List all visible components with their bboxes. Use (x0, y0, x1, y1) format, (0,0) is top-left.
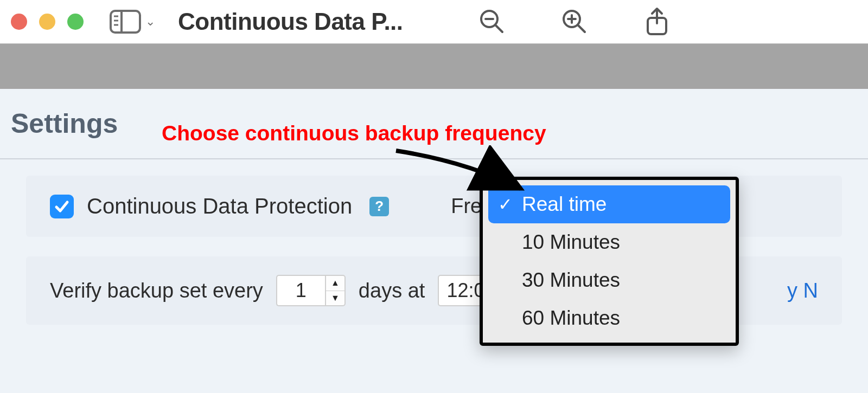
zoom-in-icon (561, 8, 588, 35)
frequency-option-10-minutes[interactable]: 10 Minutes (488, 223, 730, 261)
svg-line-9 (578, 25, 585, 32)
zoom-out-button[interactable] (477, 8, 507, 35)
frequency-option-label: 10 Minutes (522, 231, 620, 253)
verify-now-link[interactable]: y N (787, 279, 818, 302)
stepper-buttons: ▲ ▼ (325, 275, 346, 306)
window-toolbar: ⌄ Continuous Data P... (0, 0, 868, 43)
frequency-option-30-minutes[interactable]: 30 Minutes (488, 261, 730, 299)
annotation-arrow (391, 145, 532, 199)
toolbar-divider-band (0, 43, 868, 89)
frequency-dropdown-menu: ✓ Real time 10 Minutes 30 Minutes 60 Min… (480, 177, 739, 346)
verify-days-value[interactable]: 1 (276, 275, 325, 306)
sidebar-toggle-button[interactable]: ⌄ (110, 10, 155, 34)
traffic-lights (11, 14, 84, 30)
cdp-checkbox[interactable] (50, 195, 74, 218)
annotation-text: Choose continuous backup frequency (162, 121, 546, 145)
minimize-window-button[interactable] (39, 14, 55, 30)
window-title: Continuous Data P... (178, 8, 403, 35)
zoom-out-icon (478, 8, 506, 35)
svg-line-6 (495, 25, 502, 32)
svg-rect-0 (111, 11, 140, 33)
close-window-button[interactable] (11, 14, 27, 30)
question-mark-icon: ? (375, 198, 384, 215)
verify-prefix-label: Verify backup set every (50, 279, 263, 302)
cdp-label: Continuous Data Protection (87, 194, 352, 218)
stepper-down-button[interactable]: ▼ (326, 291, 344, 306)
share-button[interactable] (642, 7, 672, 36)
fullscreen-window-button[interactable] (67, 14, 84, 30)
sidebar-icon (110, 10, 141, 34)
help-badge[interactable]: ? (369, 197, 389, 216)
stepper-up-button[interactable]: ▲ (326, 276, 344, 291)
verify-middle-label: days at (359, 279, 425, 302)
chevron-down-icon: ⌄ (145, 15, 155, 29)
zoom-in-button[interactable] (559, 8, 590, 35)
frequency-option-label: 60 Minutes (522, 307, 620, 329)
settings-heading: Settings (11, 108, 118, 139)
settings-panel: Settings Continuous Data Protection ? Fr… (0, 89, 868, 393)
share-icon (643, 7, 671, 36)
frequency-option-label: Real time (522, 193, 607, 215)
checkmark-icon (54, 198, 70, 215)
frequency-option-label: 30 Minutes (522, 269, 620, 291)
verify-days-stepper[interactable]: 1 ▲ ▼ (276, 275, 346, 306)
frequency-option-60-minutes[interactable]: 60 Minutes (488, 299, 730, 337)
